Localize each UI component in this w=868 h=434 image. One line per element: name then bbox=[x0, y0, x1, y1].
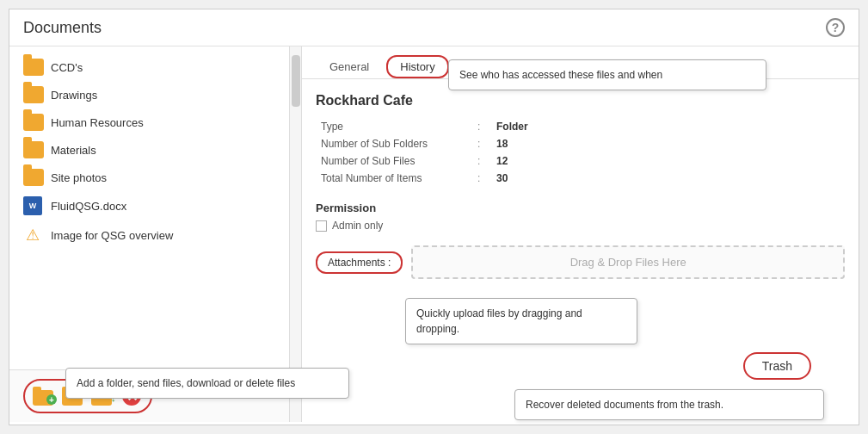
file-label: FluidQSG.docx bbox=[51, 200, 126, 213]
folder-icon bbox=[23, 141, 44, 158]
admin-only-label: Admin only bbox=[332, 220, 383, 232]
type-value: Folder bbox=[493, 119, 843, 134]
file-label: Image for QSG overview bbox=[51, 229, 173, 242]
warning-icon: ⚠ bbox=[23, 226, 42, 245]
word-doc-icon: W bbox=[23, 196, 42, 215]
trash-button[interactable]: Trash bbox=[743, 352, 811, 380]
sub-folders-label: Number of Sub Folders bbox=[317, 136, 472, 152]
scrollbar-thumb[interactable] bbox=[292, 55, 300, 107]
file-list: CCD's Drawings Human Resources Materials bbox=[9, 46, 301, 369]
attachments-row: Attachments : Drag & Drop Files Here bbox=[316, 245, 845, 279]
help-icon[interactable]: ? bbox=[826, 18, 845, 37]
type-label: Type bbox=[317, 119, 472, 134]
tab-general[interactable]: General bbox=[316, 55, 383, 78]
file-label: Human Resources bbox=[51, 116, 144, 129]
list-item[interactable]: CCD's bbox=[9, 53, 301, 81]
admin-only-checkbox[interactable] bbox=[316, 220, 327, 232]
file-label: Site photos bbox=[51, 171, 107, 184]
scrollbar-track[interactable] bbox=[289, 46, 301, 422]
file-label: Drawings bbox=[51, 89, 97, 102]
folder-name: Rockhard Cafe bbox=[316, 93, 845, 108]
total-items-label: Total Number of Items bbox=[317, 170, 472, 186]
folder-icon bbox=[23, 86, 44, 103]
list-item[interactable]: Drawings bbox=[9, 81, 301, 108]
page-title: Documents bbox=[23, 19, 102, 37]
folder-icon bbox=[23, 114, 44, 131]
folder-info-table: Type : Folder Number of Sub Folders : 18… bbox=[316, 117, 845, 188]
list-item[interactable]: Site photos bbox=[9, 164, 301, 191]
colon: : bbox=[474, 119, 491, 134]
sub-folders-value: 18 bbox=[493, 136, 843, 152]
tooltip-folder-actions: Add a folder, send files, download or de… bbox=[65, 368, 349, 399]
drop-area[interactable]: Drag & Drop Files Here bbox=[411, 245, 845, 279]
list-item[interactable]: W FluidQSG.docx bbox=[9, 191, 301, 220]
sub-files-value: 12 bbox=[493, 153, 843, 169]
list-item[interactable]: ⚠ Image for QSG overview bbox=[9, 220, 301, 250]
sub-files-label: Number of Sub Files bbox=[317, 153, 472, 169]
permission-title: Permission bbox=[316, 202, 845, 214]
folder-icon bbox=[23, 169, 44, 186]
tooltip-upload: Quickly upload files by dragging and dro… bbox=[405, 298, 637, 344]
tooltip-trash: Recover deleted documents from the trash… bbox=[514, 389, 824, 420]
add-folder-button[interactable]: + bbox=[32, 384, 56, 408]
file-label: Materials bbox=[51, 144, 96, 157]
tab-history[interactable]: History bbox=[386, 55, 448, 78]
tooltip-history: See who has accessed these files and whe… bbox=[448, 59, 766, 90]
permission-section: Permission Admin only bbox=[316, 202, 845, 232]
list-item[interactable]: Materials bbox=[9, 136, 301, 164]
file-label: CCD's bbox=[51, 61, 83, 74]
total-items-value: 30 bbox=[493, 170, 843, 186]
folder-icon bbox=[23, 59, 44, 76]
list-item[interactable]: Human Resources bbox=[9, 108, 301, 136]
attachments-button[interactable]: Attachments : bbox=[316, 251, 403, 274]
